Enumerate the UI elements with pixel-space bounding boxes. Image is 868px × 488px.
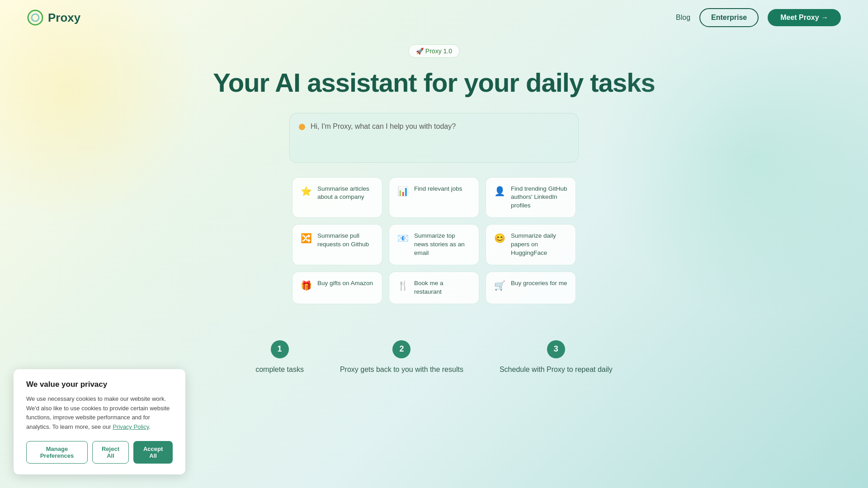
suggestion-text: Buy gifts on Amazon: [317, 279, 373, 288]
suggestion-icon: ⭐: [301, 186, 312, 197]
suggestions-grid: ⭐Summarise articles about a company📊Find…: [280, 177, 588, 304]
step-item: 3Schedule with Proxy to repeat daily: [500, 340, 613, 374]
suggestion-card[interactable]: 📧Summarize top news stories as an email: [389, 224, 479, 265]
suggestion-card[interactable]: 🛒Buy groceries for me: [486, 272, 576, 304]
logo-link[interactable]: Proxy: [27, 9, 80, 26]
suggestion-text: Summarize daily papers on HuggingFace: [511, 232, 567, 258]
suggestion-icon: 👤: [494, 186, 505, 197]
step-text: Proxy gets back to you with the results: [340, 366, 463, 374]
chat-placeholder: Hi, I'm Proxy, what can I help you with …: [311, 122, 456, 131]
step-text: Schedule with Proxy to repeat daily: [500, 366, 613, 374]
step-number: 1: [271, 340, 289, 358]
suggestion-icon: 📊: [397, 186, 409, 197]
chat-status-dot: [299, 124, 305, 130]
navbar: Proxy Blog Enterprise Meet Proxy →: [0, 0, 868, 35]
suggestion-icon: 🎁: [301, 280, 312, 291]
enterprise-button[interactable]: Enterprise: [699, 8, 759, 27]
suggestion-card[interactable]: 🎁Buy gifts on Amazon: [292, 272, 382, 304]
chat-input-container[interactable]: Hi, I'm Proxy, what can I help you with …: [289, 113, 579, 163]
suggestion-card[interactable]: 📊Find relevant jobs: [389, 177, 479, 218]
step-text: complete tasks: [255, 366, 304, 374]
blog-link[interactable]: Blog: [676, 14, 690, 22]
cookie-body: We use necessary cookies to make our web…: [26, 394, 173, 432]
accept-all-button[interactable]: Accept All: [133, 441, 173, 464]
step-item: 2Proxy gets back to you with the results: [340, 340, 463, 374]
logo-text: Proxy: [48, 11, 80, 25]
suggestion-card[interactable]: 🍴Book me a restaurant: [389, 272, 479, 304]
suggestion-icon: 🔀: [301, 233, 312, 244]
suggestion-text: Summarise articles about a company: [317, 185, 374, 202]
suggestion-text: Summarise pull requests on Github: [317, 232, 374, 249]
hero-section: 🚀 Proxy 1.0 Your AI assistant for your d…: [0, 35, 868, 304]
suggestion-icon: 📧: [397, 233, 409, 244]
privacy-policy-link[interactable]: Privacy Policy: [113, 423, 149, 430]
suggestion-icon: 🛒: [494, 280, 505, 291]
suggestion-text: Book me a restaurant: [414, 279, 471, 296]
meet-proxy-button[interactable]: Meet Proxy →: [768, 9, 841, 26]
svg-point-0: [28, 10, 42, 25]
suggestion-card[interactable]: 👤Find trending GitHub authors' LinkedIn …: [486, 177, 576, 218]
reject-all-button[interactable]: Reject All: [92, 441, 129, 464]
svg-point-1: [32, 14, 39, 21]
suggestion-text: Find relevant jobs: [414, 185, 462, 193]
cookie-buttons: Manage Preferences Reject All Accept All: [26, 441, 173, 464]
badge-text: 🚀 Proxy 1.0: [416, 47, 452, 55]
suggestion-text: Find trending GitHub authors' LinkedIn p…: [511, 185, 567, 211]
suggestion-icon: 🍴: [397, 280, 409, 291]
cookie-title: We value your privacy: [26, 380, 173, 389]
manage-preferences-button[interactable]: Manage Preferences: [26, 441, 88, 464]
suggestion-card[interactable]: 🔀Summarise pull requests on Github: [292, 224, 382, 265]
step-number: 3: [547, 340, 565, 358]
suggestion-card[interactable]: ⭐Summarise articles about a company: [292, 177, 382, 218]
step-item: 1complete tasks: [255, 340, 304, 374]
suggestion-card[interactable]: 😊Summarize daily papers on HuggingFace: [486, 224, 576, 265]
hero-title: Your AI assistant for your daily tasks: [9, 67, 859, 99]
suggestion-text: Summarize top news stories as an email: [414, 232, 471, 258]
suggestion-icon: 😊: [494, 233, 505, 244]
nav-right: Blog Enterprise Meet Proxy →: [676, 8, 841, 27]
step-number: 2: [392, 340, 410, 358]
logo-icon: [27, 9, 43, 26]
cookie-banner: We value your privacy We use necessary c…: [14, 369, 185, 474]
suggestion-text: Buy groceries for me: [511, 279, 567, 288]
version-badge: 🚀 Proxy 1.0: [408, 44, 460, 58]
